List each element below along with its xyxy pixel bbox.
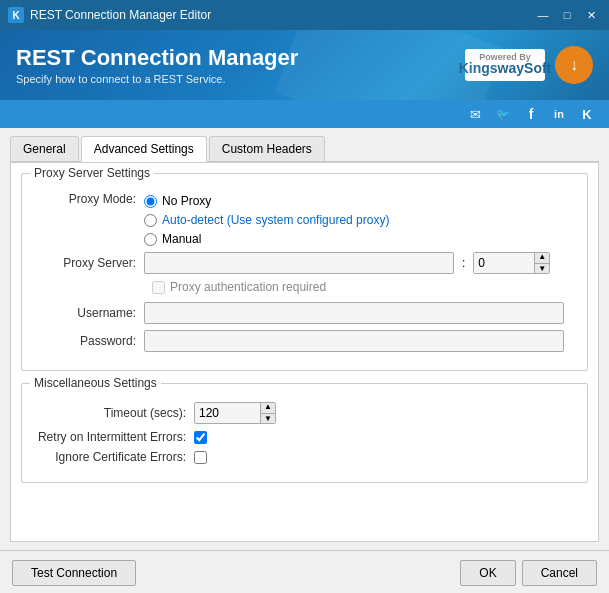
header-title-area: REST Connection Manager Specify how to c… xyxy=(16,45,298,85)
misc-section-title: Miscellaneous Settings xyxy=(30,376,161,390)
proxy-server-label: Proxy Server: xyxy=(34,256,144,270)
timeout-row: Timeout (secs): ▲ ▼ xyxy=(34,402,575,424)
ks-social-icon[interactable]: K xyxy=(577,104,597,124)
proxy-section: Proxy Server Settings Proxy Mode: No Pro… xyxy=(21,173,588,371)
password-label: Password: xyxy=(34,334,144,348)
port-up-button[interactable]: ▲ xyxy=(535,252,549,263)
ignore-cert-row: Ignore Certificate Errors: xyxy=(34,450,575,464)
proxy-section-title: Proxy Server Settings xyxy=(30,166,154,180)
proxy-server-row: Proxy Server: : ▲ ▼ xyxy=(34,252,575,274)
social-bar: ✉ 🐦 f in K xyxy=(0,100,609,128)
port-spinner-buttons: ▲ ▼ xyxy=(534,252,549,274)
proxy-mode-label: Proxy Mode: xyxy=(34,192,144,206)
ks-logo-box: Powered By KingswaySoft xyxy=(465,49,545,81)
header-banner: REST Connection Manager Specify how to c… xyxy=(0,30,609,100)
proxy-server-inputs: : ▲ ▼ xyxy=(144,252,550,274)
window-title: REST Connection Manager Editor xyxy=(30,8,211,22)
app-subtitle: Specify how to connect to a REST Service… xyxy=(16,73,298,85)
bottom-bar: Test Connection OK Cancel xyxy=(0,550,609,593)
radio-auto-detect[interactable]: Auto-detect (Use system configured proxy… xyxy=(144,213,389,227)
title-bar-left: K REST Connection Manager Editor xyxy=(8,7,211,23)
proxy-radio-group: No Proxy Auto-detect (Use system configu… xyxy=(144,194,389,246)
username-row: Username: xyxy=(34,302,575,324)
retry-checkbox[interactable] xyxy=(194,431,207,444)
ks-logo: Powered By KingswaySoft xyxy=(465,49,545,81)
tab-custom-headers[interactable]: Custom Headers xyxy=(209,136,325,161)
radio-manual[interactable]: Manual xyxy=(144,232,389,246)
port-down-button[interactable]: ▼ xyxy=(535,263,549,275)
colon-separator: : xyxy=(462,256,465,270)
timeout-label: Timeout (secs): xyxy=(34,406,194,420)
password-input[interactable] xyxy=(144,330,564,352)
logo-text: KingswaySoft xyxy=(459,60,552,76)
port-spinner: ▲ ▼ xyxy=(473,252,550,274)
proxy-auth-checkbox[interactable] xyxy=(152,281,165,294)
linkedin-icon[interactable]: in xyxy=(549,104,569,124)
main-content: General Advanced Settings Custom Headers… xyxy=(0,128,609,550)
app-title: REST Connection Manager xyxy=(16,45,298,71)
radio-no-proxy[interactable]: No Proxy xyxy=(144,194,389,208)
twitter-icon[interactable]: 🐦 xyxy=(493,104,513,124)
tab-general[interactable]: General xyxy=(10,136,79,161)
app-icon: K xyxy=(8,7,24,23)
title-bar-controls: — □ ✕ xyxy=(533,5,601,25)
download-button[interactable]: ↓ xyxy=(555,46,593,84)
ok-button[interactable]: OK xyxy=(460,560,515,586)
username-input[interactable] xyxy=(144,302,564,324)
timeout-up-button[interactable]: ▲ xyxy=(261,402,275,413)
timeout-spinner: ▲ ▼ xyxy=(194,402,276,424)
port-input[interactable] xyxy=(474,253,534,273)
tab-bar: General Advanced Settings Custom Headers xyxy=(10,136,599,162)
test-connection-button[interactable]: Test Connection xyxy=(12,560,136,586)
timeout-input[interactable] xyxy=(195,403,260,423)
close-button[interactable]: ✕ xyxy=(581,5,601,25)
ignore-cert-label: Ignore Certificate Errors: xyxy=(34,450,194,464)
minimize-button[interactable]: — xyxy=(533,5,553,25)
misc-section: Miscellaneous Settings Timeout (secs): ▲… xyxy=(21,383,588,483)
timeout-spinner-buttons: ▲ ▼ xyxy=(260,402,275,424)
username-label: Username: xyxy=(34,306,144,320)
header-right: Powered By KingswaySoft ↓ xyxy=(465,46,593,84)
maximize-button[interactable]: □ xyxy=(557,5,577,25)
title-bar: K REST Connection Manager Editor — □ ✕ xyxy=(0,0,609,30)
tab-advanced-settings[interactable]: Advanced Settings xyxy=(81,136,207,162)
password-row: Password: xyxy=(34,330,575,352)
proxy-server-input[interactable] xyxy=(144,252,454,274)
bottom-right-buttons: OK Cancel xyxy=(460,560,597,586)
retry-label: Retry on Intermittent Errors: xyxy=(34,430,194,444)
email-icon[interactable]: ✉ xyxy=(465,104,485,124)
proxy-mode-row: Proxy Mode: No Proxy Auto-detect (Use sy… xyxy=(34,192,575,246)
cancel-button[interactable]: Cancel xyxy=(522,560,597,586)
timeout-down-button[interactable]: ▼ xyxy=(261,413,275,425)
retry-row: Retry on Intermittent Errors: xyxy=(34,430,575,444)
panel: Proxy Server Settings Proxy Mode: No Pro… xyxy=(10,162,599,542)
proxy-auth-row: Proxy authentication required xyxy=(152,280,575,294)
proxy-auth-label: Proxy authentication required xyxy=(170,280,326,294)
facebook-icon[interactable]: f xyxy=(521,104,541,124)
ignore-cert-checkbox[interactable] xyxy=(194,451,207,464)
